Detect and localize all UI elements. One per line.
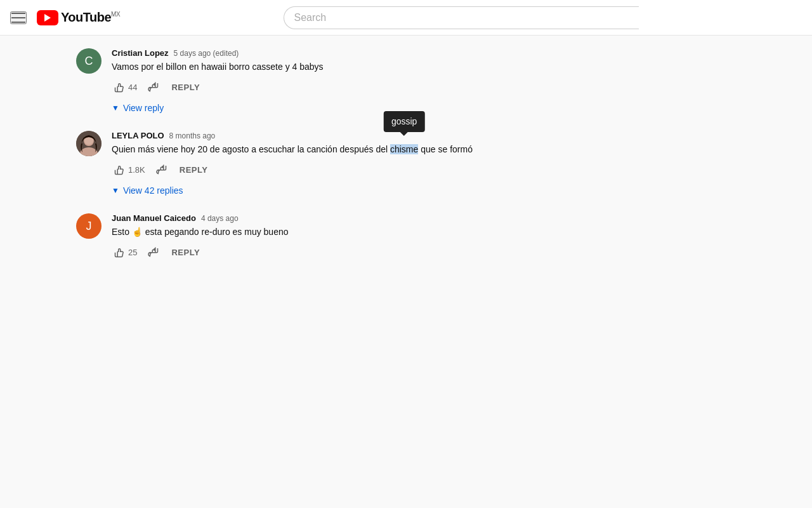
comment-time: 8 months ago <box>169 131 216 140</box>
comment-body: LEYLA POLO 8 months ago Quien más viene … <box>112 131 749 198</box>
dislike-button[interactable] <box>153 161 169 178</box>
like-icon <box>114 164 126 175</box>
dislike-button[interactable] <box>145 79 161 95</box>
avatar: C <box>76 48 102 74</box>
like-button[interactable]: 44 <box>112 79 140 95</box>
avatar-image <box>76 131 102 156</box>
reply-button[interactable]: REPLY <box>174 163 213 177</box>
comment-text: Esto ☝ esta pegando re-duro es muy bueno <box>112 225 749 239</box>
youtube-wordmark: YouTubeMX <box>61 10 120 25</box>
like-button[interactable]: 1.8K <box>112 161 148 178</box>
comment-text: Vamos por el billon en hawaii borro cass… <box>112 60 749 74</box>
view-replies-button[interactable]: ▼ View reply <box>112 100 164 116</box>
avatar: J <box>76 213 102 239</box>
view-replies-button[interactable]: ▼ View 42 replies <box>112 183 183 198</box>
avatar <box>76 131 102 156</box>
dislike-icon <box>147 246 159 258</box>
reply-button[interactable]: REPLY <box>166 245 205 260</box>
comment-body: Cristian Lopez 5 days ago (edited) Vamos… <box>112 48 749 116</box>
comment-thread: J Juan Manuel Caicedo 4 days ago Esto ☝ … <box>76 213 749 260</box>
comment-actions: 25 REPLY <box>112 244 749 260</box>
comment-thread: LEYLA POLO 8 months ago Quien más viene … <box>76 131 749 198</box>
comment-thread: C Cristian Lopez 5 days ago (edited) Vam… <box>76 48 749 116</box>
like-icon <box>114 81 126 93</box>
comment-actions: 44 REPLY <box>112 79 749 95</box>
like-icon <box>114 246 126 258</box>
header-left: YouTubeMX <box>10 10 120 25</box>
comments-section: C Cristian Lopez 5 days ago (edited) Vam… <box>0 36 761 288</box>
comment-author: Juan Manuel Caicedo <box>112 213 196 223</box>
comment-time: 5 days ago (edited) <box>174 49 239 58</box>
comment-header: Juan Manuel Caicedo 4 days ago <box>112 213 749 223</box>
header-center <box>120 6 802 29</box>
gossip-tooltip: chisme gossip <box>390 143 418 156</box>
youtube-icon <box>37 10 58 25</box>
comment-header: Cristian Lopez 5 days ago (edited) <box>112 48 749 58</box>
comment-time: 4 days ago <box>201 214 239 223</box>
site-header: YouTubeMX <box>0 0 812 36</box>
like-count: 1.8K <box>128 165 145 175</box>
dislike-icon <box>155 164 167 175</box>
comment-body: Juan Manuel Caicedo 4 days ago Esto ☝ es… <box>112 213 749 260</box>
comment-author: LEYLA POLO <box>112 131 164 140</box>
comment-author: Cristian Lopez <box>112 48 169 58</box>
highlighted-word: chisme <box>390 144 418 154</box>
like-count: 44 <box>128 83 137 92</box>
dislike-button[interactable] <box>145 244 161 260</box>
reply-button[interactable]: REPLY <box>166 80 205 95</box>
like-count: 25 <box>128 248 137 257</box>
youtube-logo[interactable]: YouTubeMX <box>37 10 120 25</box>
comment-text: Quien más viene hoy 20 de agosto a escuc… <box>112 143 749 156</box>
search-bar <box>284 6 639 29</box>
like-button[interactable]: 25 <box>112 244 140 260</box>
comment-actions: 1.8K REPLY <box>112 161 749 178</box>
hamburger-menu-button[interactable] <box>10 11 27 24</box>
chevron-down-icon: ▼ <box>112 186 119 195</box>
search-input[interactable] <box>284 6 639 29</box>
chevron-down-icon: ▼ <box>112 104 119 112</box>
comment-header: LEYLA POLO 8 months ago <box>112 131 749 140</box>
dislike-icon <box>147 81 159 93</box>
